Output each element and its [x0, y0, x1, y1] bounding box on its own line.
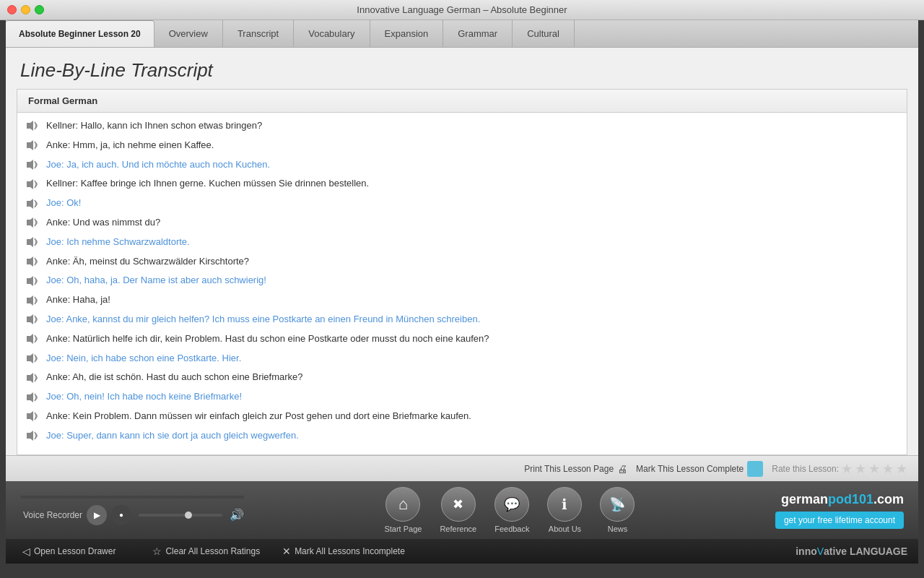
audio-icon[interactable]	[25, 275, 40, 288]
audio-icon[interactable]	[25, 158, 40, 171]
audio-icon[interactable]	[25, 197, 40, 210]
feedback-label: Feedback	[494, 525, 529, 533]
nav-feedback[interactable]: 💬 Feedback	[494, 487, 529, 533]
tab-bar: Absolute Beginner Lesson 20 Overview Tra…	[6, 20, 918, 48]
bottom-toolbar: Print This Lesson Page 🖨 Mark This Lesso…	[6, 455, 918, 481]
transcript-lines[interactable]: Kellner: Hallo, kann ich Ihnen schon etw…	[17, 113, 907, 454]
audio-icon[interactable]	[25, 119, 40, 132]
audio-icon[interactable]	[25, 332, 40, 345]
tab-overview[interactable]: Overview	[154, 20, 223, 47]
audio-icon[interactable]	[25, 371, 40, 384]
volume-slider[interactable]	[139, 514, 222, 517]
transcript-line[interactable]: Anke: Ah, die ist schön. Hast du auch sc…	[17, 368, 907, 387]
transcript-line[interactable]: Anke: Und was nimmst du?	[17, 213, 907, 233]
transcript-line[interactable]: Anke: Natürlich helfe ich dir, kein Prob…	[17, 329, 907, 349]
star-4[interactable]: ★	[882, 461, 894, 477]
tab-transcript[interactable]: Transcript	[223, 20, 294, 47]
content-area: Line-By-Line Transcript Formal German Ke…	[6, 48, 918, 481]
star-rating: Rate this Lesson: ★ ★ ★ ★ ★	[772, 461, 907, 477]
title-bar: Innovative Language German – Absolute Be…	[0, 0, 924, 20]
tab-active-lesson[interactable]: Absolute Beginner Lesson 20	[6, 20, 154, 47]
news-label: News	[608, 525, 628, 533]
germanpod-cta-button[interactable]: get your free lifetime account	[775, 512, 904, 529]
transcript-line[interactable]: Joe: Oh, haha, ja. Der Name ist aber auc…	[17, 271, 907, 290]
audio-icon[interactable]	[25, 236, 40, 249]
audio-icon[interactable]	[25, 429, 40, 442]
stop-button[interactable]: ●	[111, 505, 131, 525]
transcript-line[interactable]: Joe: Ich nehme Schwarzwaldtorte.	[17, 233, 907, 252]
svg-marker-6	[27, 237, 33, 247]
start-page-icon: ⌂	[385, 487, 420, 522]
audio-icon[interactable]	[25, 391, 40, 404]
window-title: Innovative Language German – Absolute Be…	[357, 4, 567, 15]
star-3[interactable]: ★	[868, 461, 880, 477]
nav-reference[interactable]: ✖ Reference	[440, 487, 476, 533]
transcript-line[interactable]: Kellner: Hallo, kann ich Ihnen schon etw…	[17, 116, 907, 136]
line-text: Joe: Super, dann kann ich sie dort ja au…	[46, 428, 299, 444]
transcript-line[interactable]: Joe: Oh, nein! Ich habe noch keine Brief…	[17, 387, 907, 407]
tab-vocabulary[interactable]: Vocabulary	[294, 20, 370, 47]
transcript-line[interactable]: Joe: Super, dann kann ich sie dort ja au…	[17, 426, 907, 446]
close-button[interactable]	[7, 5, 17, 14]
print-button[interactable]: Print This Lesson Page 🖨	[524, 463, 627, 475]
nav-start-page[interactable]: ⌂ Start Page	[384, 487, 422, 533]
audio-icon[interactable]	[25, 255, 40, 268]
nav-about-us[interactable]: ℹ About Us	[547, 487, 582, 533]
star-1[interactable]: ★	[841, 461, 853, 477]
transcript-container: Formal German Kellner: Hallo, kann ich I…	[17, 89, 907, 455]
svg-marker-4	[27, 199, 33, 209]
audio-icon[interactable]	[25, 352, 40, 365]
volume-knob	[185, 512, 192, 519]
audio-icon[interactable]	[25, 294, 40, 307]
transcript-line[interactable]: Anke: Äh, meinst du Schwarzwälder Kirsch…	[17, 252, 907, 272]
audio-icon[interactable]	[25, 216, 40, 229]
svg-marker-3	[27, 179, 33, 189]
line-text: Anke: Ah, die ist schön. Hast du auch sc…	[46, 370, 303, 385]
transcript-line[interactable]: Anke: Hmm, ja, ich nehme einen Kaffee.	[17, 136, 907, 155]
reference-icon: ✖	[441, 487, 476, 522]
x-icon: ✕	[282, 545, 291, 557]
transcript-line[interactable]: Joe: Anke, kannst du mir gleich helfen? …	[17, 310, 907, 329]
rate-label: Rate this Lesson:	[772, 464, 839, 474]
transcript-line[interactable]: Joe: Ja, ich auch. Und ich möchte auch n…	[17, 155, 907, 175]
page-title: Line-By-Line Transcript	[6, 48, 918, 89]
audio-icon[interactable]	[25, 313, 40, 326]
clear-ratings-label: Clear All Lesson Ratings	[165, 546, 260, 556]
transcript-line[interactable]: Joe: Ok!	[17, 194, 907, 213]
svg-marker-13	[27, 373, 33, 383]
line-text: Anke: Hmm, ja, ich nehme einen Kaffee.	[46, 138, 214, 153]
news-icon: 📡	[600, 487, 635, 522]
audio-icon[interactable]	[25, 178, 40, 191]
open-drawer-button[interactable]: ◁ Open Lesson Drawer	[17, 545, 121, 557]
star-2[interactable]: ★	[855, 461, 866, 477]
minimize-button[interactable]	[21, 5, 30, 14]
line-text: Joe: Oh, nein! Ich habe noch keine Brief…	[46, 389, 242, 405]
transcript-line[interactable]: Kellner: Kaffee bringe ich Ihnen gerne. …	[17, 174, 907, 194]
svg-marker-14	[27, 392, 33, 402]
line-text: Kellner: Hallo, kann ich Ihnen schon etw…	[46, 118, 262, 134]
transcript-line[interactable]: Joe: Nein, ich habe schon eine Postkarte…	[17, 349, 907, 368]
nav-news[interactable]: 📡 News	[600, 487, 635, 533]
audio-icon[interactable]	[25, 410, 40, 423]
transcript-line[interactable]: Anke: Kein Problem. Dann müssen wir einf…	[17, 407, 907, 426]
clear-ratings-button[interactable]: ☆ Clear All Lesson Ratings	[147, 545, 266, 557]
mark-incomplete-button[interactable]: ✕ Mark All Lessons Incomplete	[276, 545, 411, 557]
play-button[interactable]: ▶	[87, 505, 107, 525]
line-text: Joe: Ja, ich auch. Und ich möchte auch n…	[46, 158, 270, 173]
star-5[interactable]: ★	[896, 461, 907, 477]
transcript-header: Formal German	[17, 90, 907, 113]
tab-grammar[interactable]: Grammar	[443, 20, 513, 47]
footer-logo: innoVative LANGUAGE	[796, 545, 907, 557]
mark-complete-button[interactable]: Mark This Lesson Complete	[636, 461, 763, 477]
tab-cultural[interactable]: Cultural	[513, 20, 575, 47]
line-text: Anke: Haha, ja!	[46, 293, 110, 308]
star-clear-icon: ☆	[152, 545, 162, 557]
tab-expansion[interactable]: Expansion	[370, 20, 444, 47]
feedback-icon: 💬	[494, 487, 529, 522]
audio-icon[interactable]	[25, 139, 40, 152]
volume-icon: 🔊	[230, 508, 244, 522]
svg-marker-5	[27, 217, 33, 228]
maximize-button[interactable]	[35, 5, 44, 14]
transcript-line[interactable]: Anke: Haha, ja!	[17, 290, 907, 310]
recorder-progress-bar	[20, 496, 244, 499]
